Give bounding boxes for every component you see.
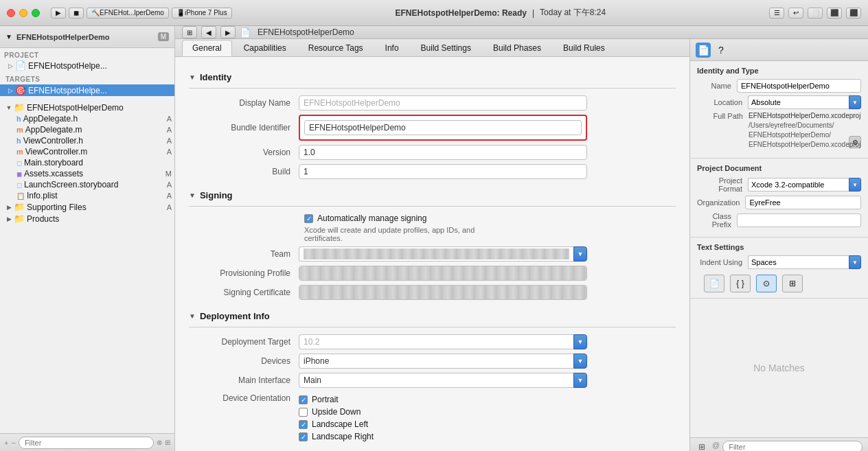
stop-button[interactable]: ◼ xyxy=(69,8,84,19)
landscape-left-checkbox[interactable]: ✓ xyxy=(299,420,308,429)
text-format-btn-1[interactable]: 📄 xyxy=(704,275,724,292)
main-interface-input[interactable] xyxy=(299,373,573,388)
view-btn-4[interactable]: ⬛ xyxy=(827,8,842,19)
sidebar-item-info-plist[interactable]: 📋 Info.plist A xyxy=(0,190,174,201)
settings-scroll: ▼ Identity Display Name Bundle Identifie… xyxy=(175,57,689,451)
sidebar-item-viewcontroller-h[interactable]: h ViewController.h A xyxy=(0,135,174,146)
sidebar-item-project[interactable]: ▷ 📄 EFNEHotspotHelpe... xyxy=(0,60,174,71)
filter-options-icon[interactable]: ⊞ xyxy=(165,439,170,446)
tab-info[interactable]: Info xyxy=(375,40,409,56)
tab-build-settings[interactable]: Build Settings xyxy=(411,40,481,56)
right-location-dropdown[interactable]: ▼ xyxy=(849,95,861,109)
nav-structure-btn[interactable]: ⊞ xyxy=(182,26,197,38)
signing-section-header[interactable]: ▼ Signing xyxy=(189,190,676,200)
identity-section-header[interactable]: ▼ Identity xyxy=(189,72,676,82)
right-indent-row: Indent Using ▼ xyxy=(697,255,861,269)
sidebar-item-target[interactable]: ▷ 🎯 EFNEHotspotHelpe... xyxy=(0,84,174,96)
minimize-button[interactable] xyxy=(19,9,27,17)
deployment-target-input[interactable] xyxy=(299,334,573,349)
right-location-input[interactable] xyxy=(748,95,849,109)
appdelegate-m-badge: A xyxy=(167,126,172,134)
tab-build-phases[interactable]: Build Phases xyxy=(483,40,551,56)
right-help-icon-btn[interactable]: ? xyxy=(713,43,729,58)
project-file-icon: 📄 xyxy=(15,60,26,71)
sidebar-item-launchscreen[interactable]: ◻ LaunchScreen.storyboard A xyxy=(0,179,174,190)
sidebar-filter-input[interactable] xyxy=(19,437,154,449)
view-btn-2[interactable]: ↩ xyxy=(788,8,803,19)
certificate-label: Signing Certificate xyxy=(189,288,299,297)
tab-general[interactable]: General xyxy=(182,40,232,56)
landscape-left-row: ✓ Landscape Left xyxy=(299,419,374,429)
deployment-target-dropdown[interactable]: ▼ xyxy=(573,334,587,349)
view-btn-3[interactable]: ⬜ xyxy=(808,8,823,19)
right-filter-input[interactable] xyxy=(722,441,863,452)
nav-forward-btn[interactable]: ▶ xyxy=(220,26,236,38)
viewcontroller-m-label: ViewController.m xyxy=(25,147,167,157)
footer-grid-icon[interactable]: ⊞ xyxy=(696,441,708,452)
footer-at-icon: @ xyxy=(712,441,720,452)
right-name-input[interactable] xyxy=(737,79,861,93)
sidebar-item-assets[interactable]: ◼ Assets.xcassets M xyxy=(0,168,174,179)
text-format-btn-3[interactable]: ⊙ xyxy=(756,275,777,292)
right-fullpath-label: Full Path xyxy=(697,112,749,120)
auto-signing-checkbox[interactable]: ✓ xyxy=(304,214,313,223)
right-file-icon-btn[interactable]: 📄 xyxy=(696,43,711,58)
right-org-input[interactable] xyxy=(745,196,861,209)
upside-down-checkbox[interactable] xyxy=(299,408,308,417)
tab-build-rules[interactable]: Build Rules xyxy=(553,40,615,56)
devices-input[interactable] xyxy=(299,354,573,369)
sidebar-item-root-folder[interactable]: ▼ 📁 EFNEHotspotHelperDemo xyxy=(0,102,174,113)
right-indent-input[interactable] xyxy=(748,255,849,269)
sidebar-item-appdelegate-m[interactable]: m AppDelegate.m A xyxy=(0,124,174,135)
signing-divider xyxy=(189,206,676,207)
scheme-button[interactable]: 🔨 EFNEHot...lperDemo xyxy=(87,8,169,19)
tabs-bar: General Capabilities Resource Tags Info … xyxy=(175,39,689,57)
right-location-select: ▼ xyxy=(748,95,861,109)
editor-pane: General Capabilities Resource Tags Info … xyxy=(175,39,689,451)
add-file-button[interactable]: + xyxy=(4,439,8,447)
build-input[interactable] xyxy=(299,164,587,179)
fullscreen-button[interactable] xyxy=(32,9,40,17)
h-file-icon: h xyxy=(16,115,21,123)
play-button[interactable]: ▶ xyxy=(51,8,66,19)
landscape-right-checkbox[interactable]: ✓ xyxy=(299,432,308,441)
view-btn-5[interactable]: ⬛ xyxy=(846,8,861,19)
filter-clear-icon[interactable]: ⊗ xyxy=(157,439,162,446)
bundle-id-input[interactable] xyxy=(304,120,582,135)
sidebar-item-supporting-files[interactable]: ▶ 📁 Supporting Files A xyxy=(0,201,174,213)
right-name-label: Name xyxy=(697,82,737,90)
appdelegate-m-label: AppDelegate.m xyxy=(25,125,167,135)
main-interface-dropdown[interactable]: ▼ xyxy=(573,373,587,388)
supporting-files-folder-icon: 📁 xyxy=(14,202,25,212)
view-btn-1[interactable]: ☰ xyxy=(769,8,784,19)
devices-dropdown[interactable]: ▼ xyxy=(573,354,587,369)
close-button[interactable] xyxy=(7,9,15,17)
sidebar-item-products[interactable]: ▶ 📁 Products xyxy=(0,213,174,224)
right-fullpath-value: EFNEHotspotHelperDemo.xcodeproj /Users/e… xyxy=(749,112,861,150)
storyboard-icon-2: ◻ xyxy=(16,181,22,189)
sidebar-item-viewcontroller-m[interactable]: m ViewController.m A xyxy=(0,146,174,157)
right-class-prefix-input[interactable] xyxy=(737,213,861,227)
device-button[interactable]: 📱 iPhone 7 Plus xyxy=(172,8,232,19)
sidebar-item-appdelegate-h[interactable]: h AppDelegate.h A xyxy=(0,113,174,124)
right-indent-dropdown[interactable]: ▼ xyxy=(849,255,861,269)
deployment-section-header[interactable]: ▼ Deployment Info xyxy=(189,311,676,321)
right-format-input[interactable] xyxy=(748,178,849,192)
nav-back-btn[interactable]: ◀ xyxy=(201,26,216,38)
landscape-right-label: Landscape Right xyxy=(312,432,374,441)
titlebar-right: ☰ ↩ ⬜ ⬛ ⬛ xyxy=(769,8,861,19)
right-org-row: Organization xyxy=(697,196,861,209)
tab-capabilities[interactable]: Capabilities xyxy=(233,40,297,56)
portrait-checkbox[interactable]: ✓ xyxy=(299,395,308,404)
tab-resource-tags[interactable]: Resource Tags xyxy=(298,40,374,56)
build-label: Build xyxy=(189,167,299,176)
text-format-btn-4[interactable]: ⊞ xyxy=(782,275,803,292)
version-input[interactable] xyxy=(299,145,587,160)
remove-file-button[interactable]: − xyxy=(11,439,15,447)
right-class-prefix-label: Class Prefix xyxy=(697,212,737,229)
text-format-btn-2[interactable]: { } xyxy=(730,275,751,292)
display-name-input[interactable] xyxy=(299,95,587,111)
team-select-button[interactable]: ▼ xyxy=(573,246,587,262)
sidebar-item-main-storyboard[interactable]: ◻ Main.storyboard xyxy=(0,157,174,168)
right-format-dropdown[interactable]: ▼ xyxy=(849,178,861,192)
